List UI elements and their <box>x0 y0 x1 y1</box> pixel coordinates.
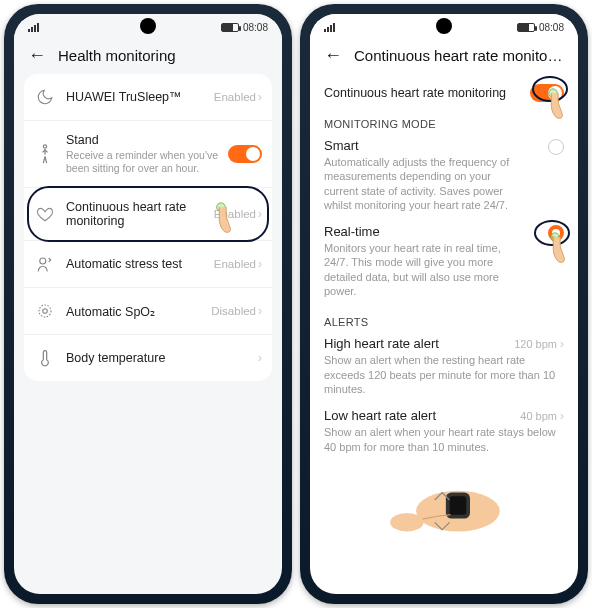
option-realtime[interactable]: Real-time Monitors your heart rate in re… <box>324 224 564 310</box>
row-status: Enabled› <box>214 257 262 271</box>
thermometer-icon <box>34 347 56 369</box>
chevron-right-icon: › <box>258 207 262 221</box>
chevron-right-icon: › <box>258 90 262 104</box>
svg-point-2 <box>40 258 46 264</box>
row-desc: Receive a reminder when you've been sitt… <box>66 149 218 175</box>
signal-icon <box>28 23 39 32</box>
svg-point-3 <box>39 305 51 317</box>
row-status: Enabled› <box>214 207 262 221</box>
row-spo2[interactable]: Automatic SpO₂ Disabled› <box>24 288 272 335</box>
option-title: Smart <box>324 138 524 153</box>
alert-title: Low heart rate alert <box>324 408 436 423</box>
header: ← Health monitoring <box>14 40 282 74</box>
page-title: Continuous heart rate monitoring <box>354 47 564 64</box>
chevron-right-icon: › <box>560 337 564 351</box>
alert-high[interactable]: High heart rate alert 120 bpm› Show an a… <box>324 336 564 408</box>
screen-right: 08:08 ← Continuous heart rate monitoring… <box>310 14 578 594</box>
section-alerts: ALERTS <box>324 316 564 328</box>
option-title: Real-time <box>324 224 524 239</box>
alert-desc: Show an alert when your heart rate stays… <box>324 425 564 454</box>
svg-point-0 <box>43 145 46 148</box>
row-label: Automatic stress test <box>66 257 204 271</box>
moon-icon <box>34 86 56 108</box>
notch <box>436 18 452 34</box>
content: Continuous heart rate monitoring MONITOR… <box>310 74 578 592</box>
radio-realtime[interactable] <box>548 225 564 241</box>
stand-icon <box>34 143 56 165</box>
master-toggle[interactable] <box>530 84 564 102</box>
option-desc: Monitors your heart rate in real time, 2… <box>324 241 524 298</box>
chevron-right-icon: › <box>560 409 564 423</box>
spo2-icon <box>34 300 56 322</box>
status-time: 08:08 <box>243 22 268 33</box>
radio-smart[interactable] <box>548 139 564 155</box>
notch <box>140 18 156 34</box>
alert-low[interactable]: Low heart rate alert 40 bpm› Show an ale… <box>324 408 564 466</box>
row-status: Disabled› <box>211 304 262 318</box>
stress-icon <box>34 253 56 275</box>
alert-desc: Show an alert when the resting heart rat… <box>324 353 564 396</box>
back-button[interactable]: ← <box>28 46 46 64</box>
settings-card: HUAWEI TruSleep™ Enabled› Stand Receive … <box>24 74 272 381</box>
alert-value: 120 bpm› <box>514 337 564 351</box>
row-status: › <box>258 351 262 365</box>
screen-left: 08:08 ← Health monitoring HUAWEI TruSlee… <box>14 14 282 594</box>
signal-icon <box>324 23 335 32</box>
row-label: Automatic SpO₂ <box>66 304 201 319</box>
alert-value: 40 bpm› <box>520 409 564 423</box>
header: ← Continuous heart rate monitoring <box>310 40 578 74</box>
page-title: Health monitoring <box>58 47 176 64</box>
chevron-right-icon: › <box>258 257 262 271</box>
battery-icon <box>221 23 239 32</box>
row-label: Stand <box>66 133 218 147</box>
row-stress[interactable]: Automatic stress test Enabled› <box>24 241 272 288</box>
master-toggle-row[interactable]: Continuous heart rate monitoring <box>324 78 564 112</box>
phone-left: 08:08 ← Health monitoring HUAWEI TruSlee… <box>4 4 292 604</box>
battery-icon <box>517 23 535 32</box>
row-label: Body temperature <box>66 351 248 365</box>
option-smart[interactable]: Smart Automatically adjusts the frequenc… <box>324 138 564 224</box>
row-trusleep[interactable]: HUAWEI TruSleep™ Enabled› <box>24 74 272 121</box>
heart-icon <box>34 203 56 225</box>
row-label: HUAWEI TruSleep™ <box>66 90 204 104</box>
row-body-temp[interactable]: Body temperature › <box>24 335 272 381</box>
row-status: Enabled› <box>214 90 262 104</box>
stand-toggle[interactable] <box>228 145 262 163</box>
back-button[interactable]: ← <box>324 46 342 64</box>
svg-point-4 <box>43 309 48 314</box>
svg-point-10 <box>390 513 423 532</box>
svg-rect-9 <box>450 496 467 515</box>
row-label: Continuous heart rate monitoring <box>66 200 204 228</box>
row-continuous-hr[interactable]: Continuous heart rate monitoring Enabled… <box>24 188 272 241</box>
toggle-label: Continuous heart rate monitoring <box>324 86 530 100</box>
status-time: 08:08 <box>539 22 564 33</box>
chevron-right-icon: › <box>258 304 262 318</box>
row-stand[interactable]: Stand Receive a reminder when you've bee… <box>24 121 272 188</box>
section-monitoring-mode: MONITORING MODE <box>324 118 564 130</box>
chevron-right-icon: › <box>258 351 262 365</box>
phone-right: 08:08 ← Continuous heart rate monitoring… <box>300 4 588 604</box>
wrist-illustration <box>379 474 509 534</box>
option-desc: Automatically adjusts the frequency of m… <box>324 155 524 212</box>
alert-title: High heart rate alert <box>324 336 439 351</box>
